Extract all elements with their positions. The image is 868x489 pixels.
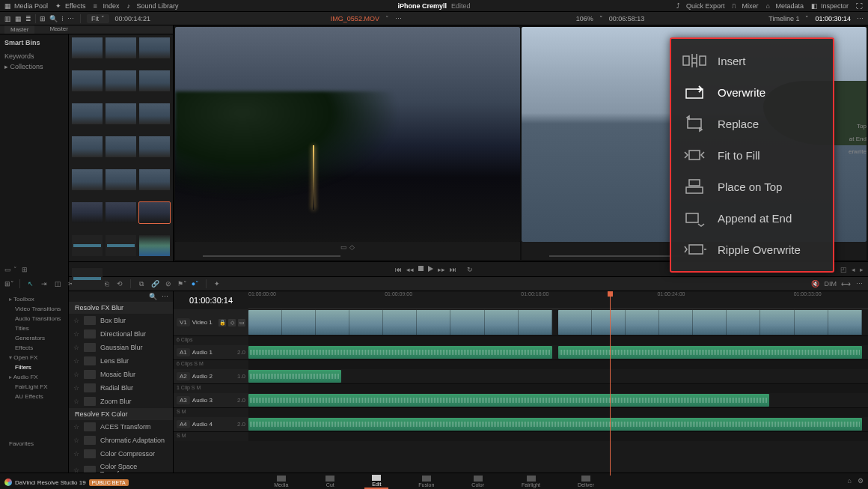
pool-clip[interactable] (72, 268, 103, 289)
quick-export-button[interactable]: ⤴Quick Export (676, 2, 725, 10)
position-lock-icon[interactable]: ⊘ (164, 279, 173, 288)
tree-titles[interactable]: Titles (3, 324, 65, 333)
pool-clip[interactable] (139, 37, 170, 58)
insert-overlay-icon[interactable]: ◇ (349, 243, 355, 251)
tc-more-icon[interactable]: ⋯ (857, 15, 864, 22)
pool-clip[interactable] (106, 169, 136, 190)
pool-clip[interactable] (106, 136, 136, 157)
timeline-ruler[interactable]: 01:00:00:0001:00:09:0001:00:18:0001:00:2… (248, 291, 868, 309)
track-header-a1[interactable]: A1 Audio 1 2.0 (174, 345, 248, 359)
a2-solo[interactable]: S (192, 385, 195, 390)
timeline-timecode[interactable]: 01:00:30:14 (174, 291, 248, 309)
flag-icon[interactable]: ⚑˅ (177, 279, 186, 288)
a3-mute[interactable]: M (182, 409, 186, 414)
program-zoom[interactable]: 106% (576, 15, 593, 22)
fx-more-icon[interactable]: ⋯ (162, 293, 168, 300)
tree-filters[interactable]: Filters (3, 362, 65, 372)
clip-a1-a[interactable] (248, 346, 552, 359)
full-screen-button[interactable]: ⛶ (856, 2, 864, 10)
page-deliver[interactable]: Deliver (570, 475, 602, 488)
star-icon[interactable]: ☆ (73, 317, 79, 324)
src-more-icon[interactable]: ⋯ (395, 15, 402, 22)
bin-keywords[interactable]: Keywords (4, 51, 64, 61)
overwrite-clip-icon[interactable]: ⎗ (102, 279, 111, 288)
pool-clip[interactable] (139, 70, 170, 91)
last-frame-button[interactable]: ⏭ (450, 266, 456, 273)
edit-ripple-overwrite[interactable]: Ripple Overwrite (671, 234, 833, 265)
tree-openfx[interactable]: Open FX (3, 353, 65, 362)
track-body-v1[interactable] (248, 309, 868, 335)
tree-generators[interactable]: Generators (3, 333, 65, 343)
tree-toolbox[interactable]: Toolbox (3, 294, 65, 304)
source-scrubber[interactable] (175, 252, 520, 260)
home-button[interactable]: ⌂ (848, 477, 852, 485)
effects-toggle[interactable]: ✦Effects (55, 2, 85, 10)
mark-out-icon[interactable]: ▸ (860, 266, 864, 273)
pool-clip[interactable] (72, 235, 103, 256)
page-edit[interactable]: Edit (364, 474, 388, 489)
star-icon[interactable]: ☆ (73, 330, 79, 338)
first-frame-button[interactable]: ⏮ (395, 266, 402, 273)
source-clip-name[interactable]: IMG_0552.MOV (331, 15, 379, 22)
track-body-a2[interactable] (248, 369, 868, 383)
edit-append-at-end[interactable]: Append at End (671, 202, 833, 234)
tree-audiofx[interactable]: Audio FX (3, 372, 65, 382)
metadata-toggle[interactable]: ⌂Metadata (765, 2, 804, 10)
pool-clip[interactable] (106, 235, 136, 256)
tree-favorites[interactable]: Favorites (3, 439, 65, 449)
fx-item[interactable]: ☆ACES Transform (69, 420, 173, 434)
mark-in-icon[interactable]: ◂ (852, 266, 855, 273)
clip-v1-b[interactable] (558, 310, 862, 335)
pool-clip[interactable] (106, 202, 136, 223)
stop-button[interactable] (418, 266, 424, 271)
a1-solo[interactable]: S (194, 361, 198, 366)
match-icon[interactable]: ◰ (840, 266, 847, 273)
tree-video-transitions[interactable]: Video Transitions (3, 304, 65, 314)
project-settings-button[interactable]: ⚙ (858, 477, 864, 485)
page-color[interactable]: Color (464, 475, 492, 488)
star-icon[interactable]: ☆ (73, 384, 79, 392)
star-icon[interactable]: ☆ (73, 437, 79, 444)
bin-collections[interactable]: ▸ Collections (4, 61, 64, 72)
filter-icon[interactable]: ⁝ (61, 15, 64, 22)
dynamic-trim-icon[interactable]: ◫ (53, 279, 62, 288)
pool-clip[interactable] (72, 103, 103, 124)
track-header-a3[interactable]: A3 Audio 3 2.0 (174, 393, 248, 407)
page-media[interactable]: Media (266, 475, 296, 488)
pool-path[interactable]: Master (49, 25, 67, 34)
edit-replace[interactable]: Replace (671, 108, 833, 139)
a1-mute[interactable]: M (199, 361, 204, 366)
pool-clip[interactable] (106, 70, 136, 91)
viewer-mode-icon[interactable]: ▭ ˅ (4, 266, 17, 273)
bin-header[interactable]: Master (4, 25, 34, 34)
media-pool-toggle[interactable]: ▦Media Pool (4, 2, 48, 10)
ai-tools-icon[interactable]: ✦ (213, 279, 221, 288)
track-header-v1[interactable]: V1 Video 1 🔒 ◇ ▭ (174, 309, 248, 335)
a2-mute[interactable]: M (196, 385, 201, 390)
trim-tool-icon[interactable]: ⇥ (40, 279, 49, 288)
next-frame-button[interactable]: ▸▸ (438, 266, 445, 273)
pool-clip[interactable] (72, 202, 103, 223)
dim-button[interactable]: DIM (825, 280, 837, 288)
page-cut[interactable]: Cut (318, 475, 342, 488)
edit-insert[interactable]: Insert (671, 45, 833, 76)
timeline-name[interactable]: Timeline 1 (768, 15, 799, 22)
pool-clip[interactable] (139, 136, 170, 157)
edit-place-on-top[interactable]: Place on Top (671, 171, 833, 202)
pool-clip[interactable] (139, 202, 170, 223)
timeline-view-options-icon[interactable]: ⊞˅ (4, 279, 13, 288)
tree-au[interactable]: AU Effects (3, 392, 65, 401)
track-disable-v1[interactable]: ▭ (238, 319, 245, 326)
pool-clip[interactable] (72, 136, 103, 157)
pool-clip[interactable] (72, 37, 103, 58)
star-icon[interactable]: ☆ (73, 357, 79, 365)
marker-icon[interactable]: ●˅ (191, 279, 200, 288)
clip-a3[interactable] (248, 394, 769, 407)
track-lock-v1[interactable]: 🔒 (218, 319, 226, 326)
pool-clip[interactable] (72, 169, 103, 190)
link-icon[interactable]: 🔗 (150, 279, 159, 288)
zoom-slider-icon[interactable]: ⟷ (841, 279, 850, 288)
a4-mute[interactable]: M (182, 433, 186, 438)
fx-item[interactable]: ☆Directional Blur (69, 327, 173, 341)
clip-a2[interactable] (248, 370, 341, 383)
